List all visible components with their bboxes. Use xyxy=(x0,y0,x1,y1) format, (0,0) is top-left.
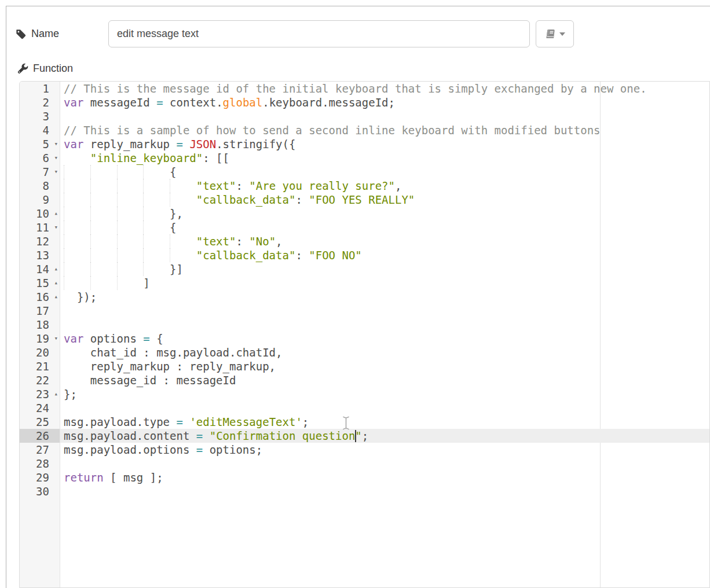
code-line[interactable] xyxy=(60,109,709,123)
editor-scroller[interactable]: // This is the message id of the initial… xyxy=(60,82,709,587)
gutter-line-number[interactable]: 9 xyxy=(20,193,60,207)
code-line[interactable]: msg.payload.type = 'editMessageText'; xyxy=(60,415,709,429)
gutter-line-number[interactable]: 6▾ xyxy=(20,151,60,165)
gutter-line-number[interactable]: 15▴ xyxy=(20,276,60,290)
library-button[interactable] xyxy=(536,20,574,47)
code-line[interactable]: msg.payload.content = "Confirmation ques… xyxy=(60,429,709,443)
gutter-line-number[interactable]: 16▴ xyxy=(20,290,60,304)
code-line[interactable]: // This is a sample of how to send a sec… xyxy=(60,123,709,137)
gutter-line-number[interactable]: 2 xyxy=(20,95,60,109)
code-line[interactable] xyxy=(60,304,709,318)
code-line[interactable]: "inline_keyboard": [[ xyxy=(60,151,709,165)
code-line[interactable] xyxy=(60,401,709,415)
gutter-line-number[interactable]: 23▴ xyxy=(20,387,60,401)
book-icon xyxy=(545,29,555,39)
editor-gutter[interactable]: 12345▾6▾7▾8910▴11▾121314▴15▴16▴171819▾20… xyxy=(20,82,60,587)
gutter-line-number[interactable]: 13 xyxy=(20,248,60,262)
wrench-icon xyxy=(17,63,28,74)
code-line[interactable]: // This is the message id of the initial… xyxy=(60,82,709,95)
code-line[interactable] xyxy=(60,484,709,498)
code-line[interactable]: }; xyxy=(60,387,709,401)
gutter-line-number[interactable]: 26 xyxy=(20,429,60,443)
gutter-line-number[interactable]: 22 xyxy=(20,373,60,387)
gutter-line-number[interactable]: 1 xyxy=(20,82,60,95)
code-line[interactable]: chat_id : msg.payload.chatId, xyxy=(60,346,709,359)
code-line[interactable]: var options = { xyxy=(60,332,709,346)
gutter-line-number[interactable]: 24 xyxy=(20,401,60,415)
fold-close-icon[interactable]: ▴ xyxy=(54,387,58,401)
gutter-line-number[interactable]: 19▾ xyxy=(20,332,60,346)
gutter-line-number[interactable]: 29 xyxy=(20,471,60,484)
code-line[interactable]: var reply_markup = JSON.stringify({ xyxy=(60,137,709,151)
code-line[interactable]: ] xyxy=(60,276,709,290)
code-line[interactable]: { xyxy=(60,165,709,179)
fold-close-icon[interactable]: ▴ xyxy=(54,290,58,304)
fold-close-icon[interactable]: ▴ xyxy=(54,262,58,276)
gutter-line-number[interactable]: 28 xyxy=(20,457,60,471)
gutter-line-number[interactable]: 30 xyxy=(20,484,60,498)
code-line[interactable] xyxy=(60,318,709,332)
name-input[interactable] xyxy=(108,20,530,47)
code-line[interactable]: }); xyxy=(60,290,709,304)
gutter-line-number[interactable]: 11▾ xyxy=(20,220,60,234)
gutter-line-number[interactable]: 14▴ xyxy=(20,262,60,276)
fold-close-icon[interactable]: ▴ xyxy=(54,276,58,290)
fold-open-icon[interactable]: ▾ xyxy=(54,220,58,234)
gutter-line-number[interactable]: 10▴ xyxy=(20,207,60,220)
function-field-row: Function xyxy=(17,60,73,76)
code-line[interactable]: }] xyxy=(60,262,709,276)
gutter-line-number[interactable]: 17 xyxy=(20,304,60,318)
code-line[interactable]: return [ msg ]; xyxy=(60,471,709,484)
code-line[interactable]: { xyxy=(60,220,709,234)
code-line[interactable]: message_id : messageId xyxy=(60,373,709,387)
caret-down-icon xyxy=(559,32,565,36)
gutter-line-number[interactable]: 4 xyxy=(20,123,60,137)
gutter-line-number[interactable]: 12 xyxy=(20,234,60,248)
code-line[interactable]: reply_markup : reply_markup, xyxy=(60,359,709,373)
gutter-line-number[interactable]: 20 xyxy=(20,346,60,359)
gutter-line-number[interactable]: 18 xyxy=(20,318,60,332)
gutter-line-number[interactable]: 5▾ xyxy=(20,137,60,151)
code-line[interactable]: msg.payload.options = options; xyxy=(60,443,709,457)
code-line[interactable]: "callback_data": "FOO YES REALLY" xyxy=(60,193,709,207)
gutter-line-number[interactable]: 3 xyxy=(20,109,60,123)
gutter-line-number[interactable]: 25 xyxy=(20,415,60,429)
fold-open-icon[interactable]: ▾ xyxy=(54,151,58,165)
gutter-line-number[interactable]: 21 xyxy=(20,359,60,373)
code-line[interactable]: "text": "No", xyxy=(60,234,709,248)
function-label: Function xyxy=(33,63,73,75)
name-field-row: Name xyxy=(16,20,59,47)
tag-icon xyxy=(16,29,26,39)
gutter-line-number[interactable]: 8 xyxy=(20,179,60,193)
fold-open-icon[interactable]: ▾ xyxy=(54,137,58,151)
code-editor[interactable]: // This is the message id of the initial… xyxy=(19,81,710,588)
gutter-line-number[interactable]: 27 xyxy=(20,443,60,457)
gutter-line-number[interactable]: 7▾ xyxy=(20,165,60,179)
code-line[interactable] xyxy=(60,457,709,471)
code-line[interactable]: "callback_data": "FOO NO" xyxy=(60,248,709,262)
name-label: Name xyxy=(31,28,59,40)
fold-open-icon[interactable]: ▾ xyxy=(54,332,58,346)
code-line[interactable]: var messageId = context.global.keyboard.… xyxy=(60,95,709,109)
code-line[interactable]: }, xyxy=(60,207,709,220)
code-line[interactable]: "text": "Are you really sure?", xyxy=(60,179,709,193)
fold-open-icon[interactable]: ▾ xyxy=(54,165,58,179)
fold-close-icon[interactable]: ▴ xyxy=(54,207,58,220)
